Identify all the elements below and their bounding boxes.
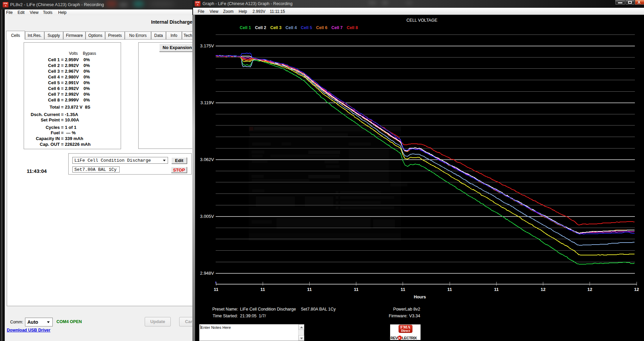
- svg-text:Cell 4: Cell 4: [286, 25, 297, 30]
- svg-text:3.062V: 3.062V: [200, 157, 214, 162]
- svg-text:21:39:05 1/7/: 21:39:05 1/7/: [240, 314, 266, 318]
- svg-text:Set7.80A BAL 1Cy: Set7.80A BAL 1Cy: [301, 307, 336, 312]
- svg-text:12: 12: [588, 287, 592, 292]
- svg-text:3.005V: 3.005V: [200, 214, 214, 219]
- svg-text:11: 11: [447, 287, 452, 292]
- svg-text:Cell 5: Cell 5: [301, 25, 312, 30]
- svg-text:Preset Name:: Preset Name:: [212, 307, 238, 312]
- svg-text:Cell 7: Cell 7: [331, 25, 342, 30]
- svg-text:Time Started:: Time Started:: [213, 314, 238, 318]
- svg-text:CELL VOLTAGE: CELL VOLTAGE: [406, 18, 437, 23]
- svg-text:11: 11: [354, 287, 359, 292]
- svg-text:Cell 6: Cell 6: [316, 25, 327, 30]
- svg-text:Hours: Hours: [414, 295, 426, 299]
- svg-text:3.119V: 3.119V: [200, 100, 214, 105]
- svg-text:PowerLab 8v2: PowerLab 8v2: [393, 307, 420, 312]
- svg-text:Cell 8: Cell 8: [347, 25, 358, 30]
- svg-text:11: 11: [494, 287, 499, 292]
- svg-text:V3.34: V3.34: [409, 314, 420, 318]
- svg-text:11: 11: [307, 287, 312, 292]
- svg-text:2.948V: 2.948V: [200, 271, 214, 276]
- svg-text:LiFe Cell Condition Discharge: LiFe Cell Condition Discharge: [240, 307, 296, 312]
- svg-text:11: 11: [260, 287, 265, 292]
- svg-text:Firmware:: Firmware:: [389, 314, 408, 318]
- svg-text:11: 11: [214, 287, 218, 292]
- svg-text:Cell 1: Cell 1: [240, 25, 251, 30]
- svg-text:3.175V: 3.175V: [200, 43, 214, 48]
- svg-text:Cell 2: Cell 2: [255, 25, 266, 30]
- svg-text:11: 11: [401, 287, 405, 292]
- svg-text:12: 12: [634, 287, 639, 292]
- svg-text:Cell 3: Cell 3: [270, 25, 281, 30]
- svg-text:12: 12: [541, 287, 545, 292]
